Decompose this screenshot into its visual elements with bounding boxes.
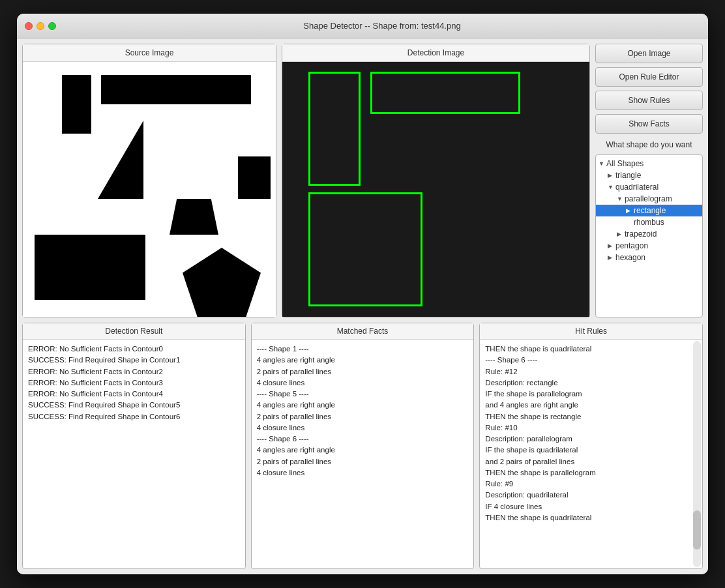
source-shape-triangle bbox=[98, 121, 143, 199]
source-panel-title: Source Image bbox=[23, 44, 276, 62]
detection-outline-1 bbox=[308, 72, 361, 186]
hit-rules-line: and 2 pairs of parallel lines bbox=[485, 456, 689, 467]
hit-rules-line: IF the shape is parallelogram bbox=[485, 389, 689, 400]
tree-item-rhombus[interactable]: rhombus bbox=[596, 216, 702, 228]
detection-image-panel: Detection Image bbox=[282, 44, 590, 317]
tree-item-label: trapezoid bbox=[625, 229, 700, 239]
hit-rules-content: THEN the shape is quadrilateral---- Shap… bbox=[480, 340, 702, 568]
detection-result-panel: Detection Result ERROR: No Sufficient Fa… bbox=[22, 323, 246, 569]
detection-outline-2 bbox=[370, 72, 520, 114]
hit-rules-line: THEN the shape is parallelogram bbox=[485, 467, 689, 478]
tree-item-label: rhombus bbox=[634, 218, 700, 227]
traffic-lights bbox=[25, 22, 56, 30]
detection-result-line: ERROR: No Sufficient Facts in Contour4 bbox=[28, 389, 240, 400]
source-image-panel: Source Image bbox=[22, 44, 276, 317]
source-shape-4 bbox=[35, 235, 145, 300]
tree-item-pentagon[interactable]: ▶pentagon bbox=[596, 240, 702, 252]
hit-rules-line: Description: rectangle bbox=[485, 377, 689, 389]
scrollbar[interactable] bbox=[693, 341, 701, 567]
open-rule-editor-button[interactable]: Open Rule Editor bbox=[595, 67, 703, 87]
detection-result-title: Detection Result bbox=[23, 323, 245, 340]
detection-result-line: ERROR: No Sufficient Facts in Contour0 bbox=[28, 344, 240, 355]
tree-item-label: parallelogram bbox=[625, 194, 700, 203]
shape-tree[interactable]: ▼All Shapes▶triangle▼quadrilateral▼paral… bbox=[595, 154, 703, 317]
matched-facts-line: ---- Shape 1 ---- bbox=[257, 344, 469, 355]
window-title: Shape Detector -- Shape from: test44.png bbox=[64, 21, 700, 31]
matched-facts-line: 4 closure lines bbox=[257, 377, 469, 389]
matched-facts-line: 2 pairs of parallel lines bbox=[257, 366, 469, 377]
matched-facts-line: 4 angles are right angle bbox=[257, 445, 469, 456]
top-section: Source Image bbox=[22, 44, 703, 317]
tree-item-quadrilateral[interactable]: ▼quadrilateral bbox=[596, 181, 702, 193]
tree-arrow-icon: ▶ bbox=[608, 254, 615, 261]
hit-rules-title: Hit Rules bbox=[480, 323, 702, 340]
matched-facts-line: 2 pairs of parallel lines bbox=[257, 456, 469, 467]
image-panels: Source Image bbox=[22, 44, 590, 317]
matched-facts-line: 4 angles are right angle bbox=[257, 400, 469, 411]
show-facts-button[interactable]: Show Facts bbox=[595, 114, 703, 134]
detection-result-line: SUCCESS: Find Required Shape in Contour6 bbox=[28, 411, 240, 422]
detection-result-line: SUCCESS: Find Required Shape in Contour1 bbox=[28, 355, 240, 366]
tree-arrow-icon: ▶ bbox=[626, 207, 634, 214]
maximize-button[interactable] bbox=[48, 22, 56, 30]
what-shape-label: What shape do you want bbox=[595, 138, 703, 151]
matched-facts-line: ---- Shape 5 ---- bbox=[257, 389, 469, 400]
hit-rules-line: Rule: #12 bbox=[485, 366, 689, 377]
detection-outline-3 bbox=[308, 192, 422, 306]
hit-rules-line: Rule: #9 bbox=[485, 478, 689, 490]
close-button[interactable] bbox=[25, 22, 33, 30]
app-window: Shape Detector -- Shape from: test44.png… bbox=[17, 14, 708, 574]
tree-item-label: quadrilateral bbox=[615, 183, 700, 192]
show-rules-button[interactable]: Show Rules bbox=[595, 91, 703, 110]
detection-result-line: ERROR: No Sufficient Facts in Contour3 bbox=[28, 377, 240, 389]
hit-rules-line: and 4 angles are right angle bbox=[485, 400, 689, 411]
matched-facts-panel: Matched Facts ---- Shape 1 ----4 angles … bbox=[251, 323, 475, 569]
tree-arrow-icon: ▼ bbox=[608, 184, 615, 190]
tree-item-label: triangle bbox=[615, 171, 700, 180]
title-bar: Shape Detector -- Shape from: test44.png bbox=[17, 14, 708, 38]
tree-item-all-shapes[interactable]: ▼All Shapes bbox=[596, 158, 702, 169]
detection-result-line: SUCCESS: Find Required Shape in Contour5 bbox=[28, 400, 240, 411]
scrollbar-thumb[interactable] bbox=[693, 510, 701, 550]
tree-item-label: hexagon bbox=[615, 253, 700, 262]
detection-result-line: ERROR: No Sufficient Facts in Contour2 bbox=[28, 366, 240, 377]
tree-arrow-icon: ▶ bbox=[608, 243, 615, 249]
matched-facts-line: 4 closure lines bbox=[257, 467, 469, 478]
hit-rules-line: IF the shape is quadrilateral bbox=[485, 445, 689, 456]
source-panel-content bbox=[23, 62, 276, 317]
tree-item-triangle[interactable]: ▶triangle bbox=[596, 169, 702, 181]
hit-rules-line: Description: quadrilateral bbox=[485, 490, 689, 501]
matched-facts-line: 2 pairs of parallel lines bbox=[257, 411, 469, 422]
source-image-area bbox=[23, 62, 276, 317]
hit-rules-line: THEN the shape is rectangle bbox=[485, 411, 689, 422]
matched-facts-title: Matched Facts bbox=[252, 323, 474, 340]
hit-rules-line: THEN the shape is quadrilateral bbox=[485, 344, 689, 355]
source-shape-2 bbox=[101, 75, 251, 104]
minimize-button[interactable] bbox=[37, 22, 44, 30]
hit-rules-line: Description: parallelogram bbox=[485, 434, 689, 445]
tree-item-hexagon[interactable]: ▶hexagon bbox=[596, 252, 702, 263]
tree-arrow-icon: ▼ bbox=[599, 160, 606, 167]
main-content: Source Image bbox=[17, 38, 708, 574]
source-shape-1 bbox=[62, 75, 91, 134]
sidebar: Open Image Open Rule Editor Show Rules S… bbox=[595, 44, 703, 317]
matched-facts-line: 4 closure lines bbox=[257, 422, 469, 434]
source-shape-3 bbox=[238, 156, 271, 199]
tree-arrow-icon: ▶ bbox=[617, 231, 625, 237]
detection-panel-content bbox=[282, 62, 589, 317]
detection-result-content: ERROR: No Sufficient Facts in Contour0SU… bbox=[23, 340, 245, 568]
hit-rules-line: ---- Shape 6 ---- bbox=[485, 355, 689, 366]
open-image-button[interactable]: Open Image bbox=[595, 44, 703, 63]
tree-item-label: pentagon bbox=[615, 241, 700, 250]
tree-item-parallelogram[interactable]: ▼parallelogram bbox=[596, 193, 702, 205]
hit-rules-line: Rule: #10 bbox=[485, 422, 689, 434]
hit-rules-line: IF 4 closure lines bbox=[485, 501, 689, 512]
matched-facts-line: 4 angles are right angle bbox=[257, 355, 469, 366]
matched-facts-content: ---- Shape 1 ----4 angles are right angl… bbox=[252, 340, 474, 568]
hit-rules-panel: Hit Rules THEN the shape is quadrilatera… bbox=[479, 323, 703, 569]
source-shape-trap bbox=[170, 199, 218, 235]
tree-item-rectangle[interactable]: ▶rectangle bbox=[596, 205, 702, 216]
tree-item-trapezoid[interactable]: ▶trapezoid bbox=[596, 228, 702, 240]
tree-arrow-icon: ▶ bbox=[608, 172, 615, 179]
tree-item-label: rectangle bbox=[634, 206, 700, 215]
